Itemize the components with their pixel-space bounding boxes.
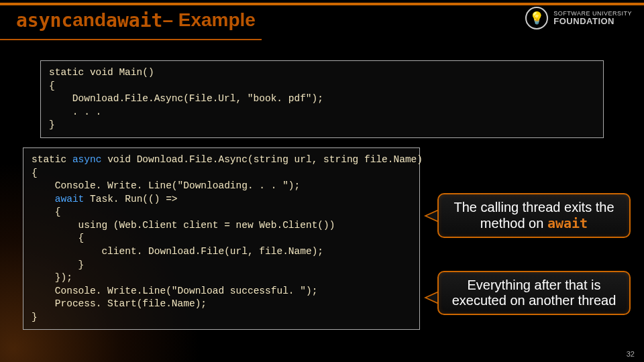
- title-kw-async: async: [16, 9, 72, 32]
- callout-other-thread: Everything after that is executed on ano…: [437, 271, 631, 315]
- c2-l6: using (Web.Client client = new Web.Clien…: [32, 220, 335, 231]
- title-tail: – Example: [162, 9, 256, 32]
- brand-line2: FOUNDATION: [553, 17, 632, 25]
- c2-l4a: [32, 194, 55, 204]
- bulb-icon: 💡: [525, 7, 548, 29]
- top-accent-bar: [0, 3, 644, 5]
- c2-l11: Console. Write.Line("Download successful…: [32, 286, 317, 296]
- title-underline: [0, 39, 262, 40]
- brand-text: SOFTWARE UNIVERSITY FOUNDATION: [553, 11, 632, 25]
- c2-l1a: static: [32, 154, 72, 165]
- callout-await-exit: The calling thread exits the method on a…: [437, 193, 631, 238]
- c2-l4c: Task. Run(() =>: [84, 194, 177, 204]
- title-mid: and: [72, 9, 106, 32]
- callout1-text: The calling thread exits the method on: [453, 200, 614, 231]
- c2-l3: Console. Write. Line("Downloading. . . "…: [32, 180, 300, 191]
- brand-logo: 💡 SOFTWARE UNIVERSITY FOUNDATION: [525, 7, 632, 29]
- c2-async-kw: async: [72, 154, 102, 165]
- c2-l5: {: [32, 206, 61, 217]
- slide-title: async and await – Example: [16, 9, 256, 32]
- c2-l9: }: [32, 259, 84, 270]
- c2-l8: client. Download.File(url, file.Name);: [32, 246, 323, 257]
- title-kw-await: await: [106, 9, 162, 32]
- c2-l7: {: [32, 233, 84, 243]
- c2-l2: {: [32, 168, 38, 178]
- code-block-main: static void Main() { Download.File.Async…: [40, 60, 604, 138]
- code-block-download: static async void Download.File.Async(st…: [23, 147, 420, 330]
- page-number: 32: [627, 350, 635, 358]
- c2-l1c: void Download.File.Async(string url, str…: [101, 154, 423, 165]
- c2-l12: Process. Start(file.Name);: [32, 298, 207, 309]
- c2-await-kw: await: [55, 194, 85, 204]
- callout1-kw: await: [547, 215, 588, 231]
- c2-l13: }: [32, 312, 38, 322]
- c2-l10: });: [32, 272, 72, 283]
